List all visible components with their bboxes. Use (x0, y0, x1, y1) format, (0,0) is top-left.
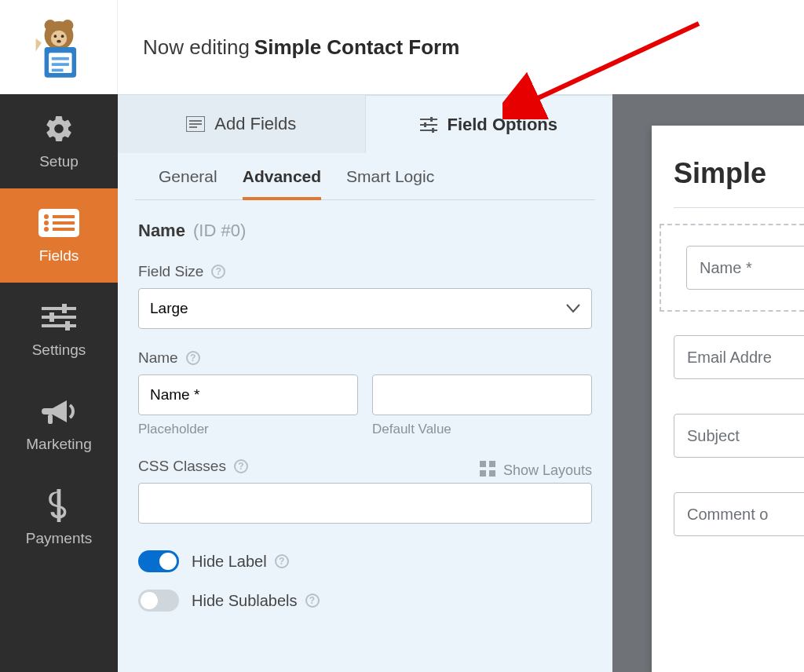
name-inputs-label: Name ? (138, 349, 592, 367)
svg-rect-39 (480, 470, 486, 477)
tab-label: Add Fields (214, 114, 296, 134)
svg-point-4 (53, 35, 57, 38)
preview-email-field[interactable]: Email Addre (674, 335, 804, 379)
svg-rect-29 (189, 123, 202, 125)
css-classes-input[interactable] (138, 483, 592, 524)
sidebar-item-setup[interactable]: Setup (0, 94, 118, 188)
svg-rect-24 (65, 321, 70, 331)
wpforms-logo-icon (23, 11, 95, 83)
sliders-icon (37, 301, 81, 334)
hide-label-toggle[interactable] (138, 550, 179, 572)
svg-rect-31 (420, 119, 437, 120)
svg-point-15 (44, 221, 49, 225)
css-classes-label: CSS Classes ? (138, 458, 248, 475)
svg-rect-9 (51, 57, 68, 60)
svg-rect-37 (480, 461, 486, 467)
sidebar-item-label: Marketing (26, 436, 91, 453)
preview-card: Simple Name * Email Addre Subject Commen… (652, 126, 804, 672)
svg-rect-18 (53, 228, 75, 231)
subtab-general[interactable]: General (159, 167, 217, 199)
svg-rect-23 (42, 324, 76, 327)
svg-rect-40 (489, 470, 495, 477)
tab-label: Field Options (447, 115, 557, 135)
svg-rect-38 (489, 461, 495, 467)
name-placeholder-input[interactable] (138, 374, 358, 415)
svg-point-17 (44, 227, 49, 232)
help-icon[interactable]: ? (211, 265, 225, 279)
sub-tabs: General Advanced Smart Logic (135, 153, 595, 200)
field-id-text: (ID #0) (193, 221, 246, 240)
gear-icon (37, 112, 81, 145)
svg-rect-19 (42, 307, 76, 310)
preview-title: Simple (674, 157, 804, 190)
field-size-value: Large (150, 300, 188, 317)
help-icon[interactable]: ? (234, 459, 248, 473)
subtab-advanced[interactable]: Advanced (243, 167, 321, 200)
svg-rect-36 (432, 128, 434, 133)
hide-label-text: Hide Label (192, 553, 267, 571)
list-icon (37, 206, 81, 239)
field-title-name: Name (138, 221, 185, 240)
help-icon[interactable]: ? (275, 554, 289, 568)
help-icon[interactable]: ? (186, 351, 200, 365)
hide-sublabels-toggle[interactable] (138, 590, 179, 612)
svg-point-3 (50, 31, 66, 46)
show-layouts-label: Show Layouts (503, 462, 592, 479)
sidebar-item-label: Settings (32, 341, 86, 359)
svg-rect-11 (51, 69, 63, 72)
svg-rect-28 (189, 120, 202, 122)
field-size-select[interactable]: Large (138, 288, 592, 329)
svg-rect-25 (48, 415, 53, 424)
grid-icon (480, 461, 495, 480)
editing-prefix: Now editing (143, 35, 250, 60)
svg-rect-16 (53, 221, 75, 225)
svg-rect-20 (62, 304, 67, 313)
sidebar-item-label: Fields (39, 247, 79, 265)
subtab-smart-logic[interactable]: Smart Logic (346, 167, 434, 199)
panel-tabs: Add Fields Field Options (118, 95, 612, 153)
sidebar-item-fields[interactable]: Fields (0, 188, 118, 283)
svg-point-6 (57, 40, 61, 43)
field-title: Name (ID #0) (138, 221, 592, 241)
editor-header: Now editing Simple Contact Form (118, 0, 804, 94)
sidebar-item-marketing[interactable]: Marketing (0, 377, 118, 471)
svg-rect-21 (42, 316, 76, 319)
sidebar-item-label: Setup (39, 153, 79, 170)
tab-field-options[interactable]: Field Options (365, 95, 613, 153)
svg-rect-22 (49, 312, 54, 322)
svg-rect-32 (430, 117, 433, 122)
sidebar-item-label: Payments (26, 530, 92, 547)
svg-point-5 (60, 35, 64, 38)
help-icon[interactable]: ? (305, 593, 320, 608)
preview-subject-field[interactable]: Subject (674, 414, 804, 458)
form-icon (186, 116, 205, 132)
megaphone-icon (37, 395, 81, 428)
dollar-icon (37, 489, 81, 522)
tab-add-fields[interactable]: Add Fields (118, 95, 365, 153)
divider (674, 207, 804, 208)
svg-rect-35 (420, 130, 437, 131)
editing-form-name: Simple Contact Form (254, 35, 459, 60)
svg-rect-30 (189, 126, 197, 128)
svg-point-13 (44, 214, 49, 219)
sidebar-item-settings[interactable]: Settings (0, 283, 118, 377)
main-sidebar: Setup Fields Settings (0, 94, 118, 672)
hide-sublabels-text: Hide Sublabels (192, 592, 298, 610)
svg-point-2 (61, 20, 73, 31)
placeholder-caption: Placeholder (138, 422, 358, 437)
sidebar-item-payments[interactable]: Payments (0, 471, 118, 565)
show-layouts-button[interactable]: Show Layouts (480, 461, 592, 480)
sliders-icon (420, 117, 437, 133)
svg-rect-14 (53, 215, 75, 218)
svg-rect-10 (51, 63, 68, 66)
preview-comment-field[interactable]: Comment o (674, 492, 804, 536)
name-default-input[interactable] (372, 374, 592, 415)
default-caption: Default Value (372, 422, 592, 437)
preview-area: Simple Name * Email Addre Subject Commen… (612, 94, 804, 672)
svg-rect-33 (420, 124, 437, 126)
svg-rect-34 (424, 122, 426, 127)
chevron-down-icon (566, 300, 580, 317)
field-size-label: Field Size ? (138, 263, 592, 280)
svg-point-1 (44, 20, 56, 31)
preview-name-field[interactable]: Name * (674, 235, 804, 301)
